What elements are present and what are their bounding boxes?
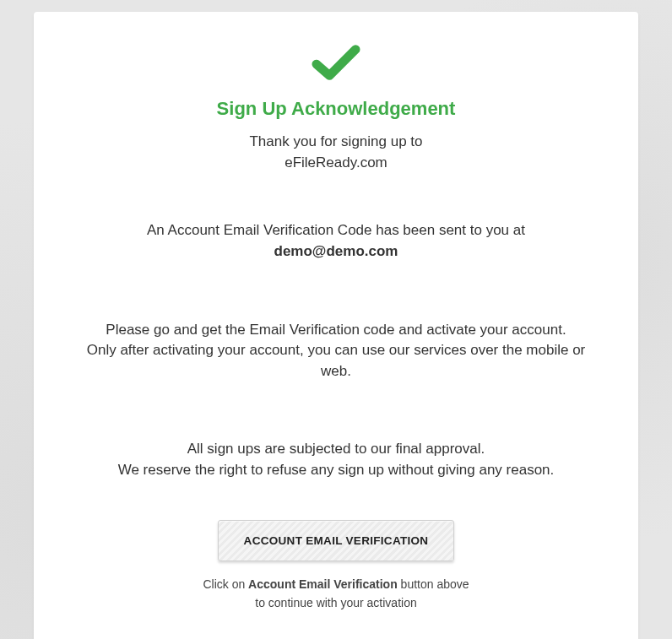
checkmark-icon [312, 44, 360, 83]
signup-ack-card: Sign Up Acknowledgement Thank you for si… [34, 12, 638, 639]
checkmark-icon-wrap [76, 44, 596, 83]
instruction-line2: Only after activating your account, you … [87, 342, 586, 379]
hint-line2: to continue with your activation [255, 596, 416, 609]
button-wrap: ACCOUNT EMAIL VERIFICATION [76, 520, 596, 561]
hint-bold: Account Email Verification [248, 577, 398, 591]
instruction-section: Please go and get the Email Verification… [76, 320, 596, 382]
account-email-verification-button[interactable]: ACCOUNT EMAIL VERIFICATION [218, 520, 455, 561]
verification-sent-text: An Account Email Verification Code has b… [147, 222, 525, 238]
subtitle-line1: Thank you for signing up to [249, 133, 422, 149]
instruction-line1: Please go and get the Email Verification… [106, 322, 566, 338]
approval-line2: We reserve the right to refuse any sign … [118, 462, 555, 478]
hint-suffix: button above [398, 577, 469, 591]
page-title: Sign Up Acknowledgement [76, 98, 596, 120]
subtitle: Thank you for signing up to eFileReady.c… [76, 132, 596, 173]
approval-line1: All sign ups are subjected to our final … [187, 441, 485, 457]
hint-prefix: Click on [203, 577, 248, 591]
hint-text: Click on Account Email Verification butt… [76, 575, 596, 613]
verification-email: demo@demo.com [274, 243, 398, 259]
approval-section: All sign ups are subjected to our final … [76, 439, 596, 480]
verification-sent-section: An Account Email Verification Code has b… [76, 220, 596, 262]
subtitle-line2: eFileReady.com [285, 154, 387, 171]
